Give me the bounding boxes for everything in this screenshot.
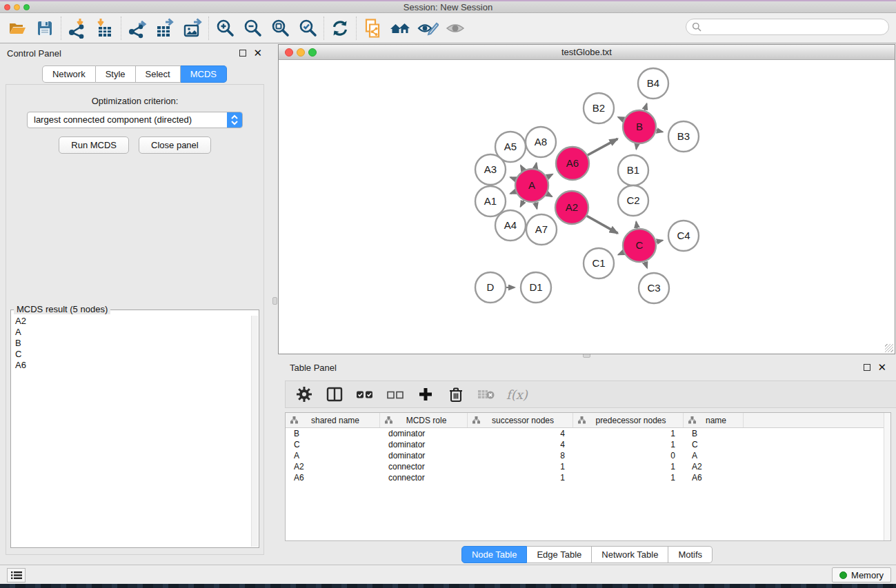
save-session-button[interactable] <box>33 17 57 40</box>
result-item[interactable]: B <box>12 338 250 349</box>
edge-A-A3[interactable] <box>510 177 516 179</box>
edge-A-A2[interactable] <box>547 194 552 196</box>
table-cell[interactable]: A2 <box>286 462 380 472</box>
column-header-shared-name[interactable]: shared name <box>286 413 380 427</box>
export-image-button[interactable] <box>181 17 204 40</box>
column-header-predecessor-nodes[interactable]: predecessor nodes <box>573 413 684 427</box>
table-row[interactable]: A6connector11A6 <box>286 472 890 483</box>
edge-C-C3[interactable] <box>645 262 647 268</box>
zoom-selected-button[interactable] <box>296 17 319 40</box>
table-scrollbar[interactable] <box>884 413 890 540</box>
close-panel-button[interactable]: Close panel <box>139 136 211 154</box>
tab-style[interactable]: Style <box>96 65 136 83</box>
table-cell[interactable]: 1 <box>573 462 684 472</box>
table-row[interactable]: Adominator80A <box>286 450 890 461</box>
search-input[interactable] <box>704 20 888 34</box>
table-cell[interactable]: 1 <box>573 429 684 438</box>
tab-network[interactable]: Network <box>42 65 96 83</box>
tab-select[interactable]: Select <box>136 65 181 83</box>
search-field[interactable] <box>686 19 889 35</box>
zoom-fit-button[interactable] <box>268 17 292 40</box>
edge-A-A8[interactable] <box>535 163 537 168</box>
table-cell[interactable]: dominator <box>380 451 468 460</box>
column-header-MCDS-role[interactable]: MCDS role <box>380 413 468 427</box>
edge-B-B2[interactable] <box>618 117 624 120</box>
edge-A-A7[interactable] <box>535 202 537 208</box>
float-table-panel-icon[interactable] <box>864 364 870 371</box>
apply-layout-button[interactable] <box>328 17 352 40</box>
edge-A-A6[interactable] <box>547 174 552 177</box>
table-row[interactable]: A2connector11A2 <box>286 461 890 472</box>
deselect-all-columns-button[interactable] <box>385 384 406 405</box>
split-columns-button[interactable] <box>324 384 345 405</box>
memory-button[interactable]: Memory <box>832 567 891 582</box>
edge-A6-B[interactable] <box>588 139 618 155</box>
maximize-network-button[interactable] <box>308 48 317 57</box>
table-cell[interactable]: A6 <box>286 473 380 483</box>
edge-A-A5[interactable] <box>521 165 524 170</box>
delete-column-button[interactable] <box>446 384 466 405</box>
result-scrollbar[interactable] <box>251 316 258 547</box>
table-cell[interactable]: B <box>684 429 744 438</box>
table-cell[interactable]: 1 <box>468 462 573 472</box>
task-history-button[interactable] <box>7 568 26 582</box>
table-cell[interactable]: A6 <box>684 473 744 483</box>
table-cell[interactable]: 4 <box>468 429 573 438</box>
table-cell[interactable]: A <box>286 451 380 460</box>
network-canvas[interactable]: B4B2BB3A8A5A6A3B1AC2A1A2A4A7C4CC1DD1C3 <box>279 60 895 354</box>
export-table-button[interactable] <box>153 17 177 40</box>
edge-A-A1[interactable] <box>510 192 516 194</box>
minimize-network-button[interactable] <box>297 48 305 57</box>
table-cell[interactable]: connector <box>380 473 468 483</box>
column-header-successor-nodes[interactable]: successor nodes <box>468 413 573 427</box>
show-graphics-details-button[interactable] <box>444 17 467 40</box>
select-all-columns-button[interactable] <box>355 384 375 405</box>
edge-B-B3[interactable] <box>656 130 662 132</box>
open-session-button[interactable] <box>6 17 29 40</box>
edge-B-B1[interactable] <box>636 144 637 150</box>
result-item[interactable]: A2 <box>12 316 250 327</box>
table-cell[interactable]: B <box>286 429 380 438</box>
table-cell[interactable]: A2 <box>684 462 744 472</box>
edge-C-C2[interactable] <box>636 222 637 229</box>
table-cell[interactable]: C <box>684 440 744 449</box>
tab-network-table[interactable]: Network Table <box>592 546 668 563</box>
vertical-splitter-grip[interactable] <box>272 297 277 305</box>
table-cell[interactable]: 0 <box>573 451 684 460</box>
float-panel-icon[interactable] <box>239 50 246 57</box>
tab-mcds[interactable]: MCDS <box>181 65 227 83</box>
edge-B-B4[interactable] <box>645 104 647 111</box>
table-cell[interactable]: dominator <box>380 429 468 438</box>
result-item[interactable]: A <box>12 327 250 338</box>
home-view-button[interactable] <box>388 17 412 40</box>
edge-C-C4[interactable] <box>656 241 662 242</box>
edge-A2-C[interactable] <box>587 216 618 233</box>
table-cell[interactable]: 4 <box>468 440 573 449</box>
result-item[interactable]: C <box>12 349 250 360</box>
table-cell[interactable]: connector <box>380 462 468 472</box>
table-row[interactable]: Bdominator41B <box>286 428 890 439</box>
table-cell[interactable]: A <box>684 451 744 460</box>
table-settings-button[interactable] <box>294 384 315 405</box>
import-network-button[interactable] <box>66 17 89 40</box>
run-mcds-button[interactable]: Run MCDS <box>59 136 129 154</box>
edge-C-C1[interactable] <box>618 252 624 254</box>
clone-network-button[interactable] <box>361 17 384 40</box>
import-table-button[interactable] <box>93 17 117 40</box>
mcds-result-list[interactable]: A2ABCA6 <box>12 316 250 546</box>
table-cell[interactable]: 1 <box>573 440 684 449</box>
column-header-name[interactable]: name <box>684 413 744 427</box>
network-graph[interactable]: B4B2BB3A8A5A6A3B1AC2A1A2A4A7C4CC1DD1C3 <box>279 60 895 354</box>
table-cell[interactable]: 1 <box>468 473 573 483</box>
close-panel-icon[interactable]: ✕ <box>253 50 262 57</box>
window-resize-grip[interactable] <box>885 344 893 352</box>
table-cell[interactable]: C <box>286 440 380 449</box>
result-item[interactable]: A6 <box>12 360 250 371</box>
tab-node-table[interactable]: Node Table <box>461 546 528 563</box>
network-window-titlebar[interactable]: testGlobe.txt <box>279 45 895 60</box>
zoom-in-button[interactable] <box>213 17 237 40</box>
add-column-button[interactable] <box>415 384 436 405</box>
criterion-select[interactable]: largest connected component (directed) <box>27 112 243 128</box>
edge-A-A4[interactable] <box>521 201 524 207</box>
close-network-button[interactable] <box>285 48 293 57</box>
